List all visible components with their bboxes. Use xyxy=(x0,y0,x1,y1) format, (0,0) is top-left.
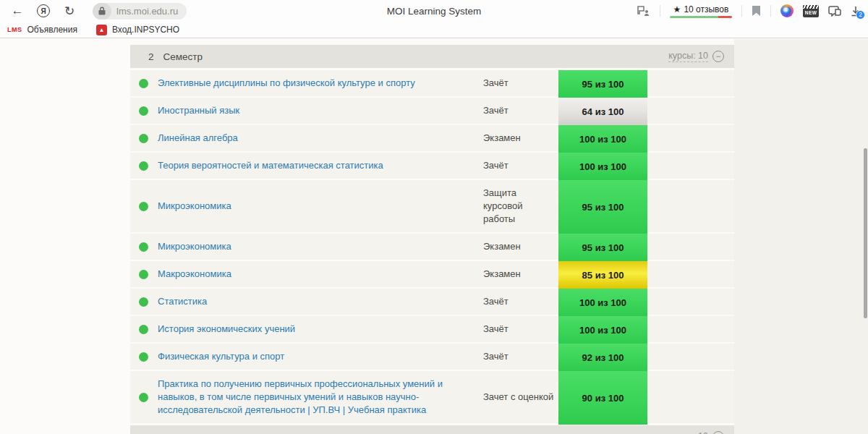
semester-2-header: 2 Семестр курсы: 10 − xyxy=(130,45,734,68)
inpsycho-favicon: ▲ xyxy=(96,25,107,35)
downloads-count-badge: 2 xyxy=(856,10,865,20)
bookmark-announcements[interactable]: LMS Объявления xyxy=(7,25,77,35)
new-videos-icon[interactable]: NEW xyxy=(803,5,819,17)
reviews-label: 10 отзывов xyxy=(684,4,728,14)
reviews-button[interactable]: ★ 10 отзывов xyxy=(670,4,732,18)
status-dot-icon xyxy=(139,134,148,143)
yandex-home-button[interactable]: Я xyxy=(33,2,54,20)
score-badge: 95 из 100 xyxy=(558,234,647,261)
status-dot-icon xyxy=(139,325,148,334)
course-rows: Элективные дисциплины по физической куль… xyxy=(130,70,734,423)
back-button[interactable]: ← xyxy=(7,2,27,20)
assessment-type: Защита курсовой работы xyxy=(483,180,558,232)
course-row: Элективные дисциплины по физической куль… xyxy=(130,70,734,96)
star-icon: ★ xyxy=(673,4,681,14)
course-link[interactable]: Теория вероятностей и математическая ста… xyxy=(158,153,447,179)
assessment-type: Экзамен xyxy=(483,261,558,287)
score-badge: 100 из 100 xyxy=(558,316,647,344)
address-bar[interactable]: lms.moi.edu.ru xyxy=(93,3,187,20)
course-link[interactable]: Иностранный язык xyxy=(158,98,447,124)
status-dot-icon xyxy=(139,393,148,402)
toolbar-right-icons: ★ 10 отзывов NEW 2 xyxy=(637,4,861,18)
bookmarks-bar: LMS Объявления ▲ Вход.INPSYCHO xyxy=(0,22,868,38)
course-row: Линейная алгебра Экзамен 100 из 100 «Отл… xyxy=(130,125,734,151)
browser-toolbar: ← Я ↻ lms.moi.edu.ru MOI Learning System… xyxy=(0,0,868,22)
course-link[interactable]: История экономических учений xyxy=(158,316,447,342)
semester-3-header: 3 Семестр курсы: 10 + xyxy=(130,425,734,434)
assessment-type: Зачёт xyxy=(483,153,558,179)
courses-count-link[interactable]: курсы: 10 xyxy=(668,51,708,62)
course-row: Статистика Зачёт 100 из 100 «Зачтено» xyxy=(130,289,734,315)
refresh-button[interactable]: ↻ xyxy=(59,2,80,20)
course-link[interactable]: Статистика xyxy=(158,289,447,315)
semester-table: 2 Семестр курсы: 10 − Элективные дисципл… xyxy=(130,39,734,434)
score-badge: 90 из 100 xyxy=(558,371,647,425)
assessment-type: Экзамен xyxy=(483,234,558,260)
url-text: lms.moi.edu.ru xyxy=(116,6,178,17)
course-row: Практика по получению первичных професси… xyxy=(130,371,734,423)
status-dot-icon xyxy=(139,161,148,171)
assessment-type: Зачёт xyxy=(483,70,558,96)
course-row: История экономических учений Зачёт 100 и… xyxy=(130,316,734,342)
separator xyxy=(741,5,742,17)
course-row: Макроэкономика Экзамен 85 из 100 «Хорошо… xyxy=(130,261,734,287)
score-badge: 95 из 100 xyxy=(558,70,647,98)
downloads-icon[interactable]: 2 xyxy=(851,6,861,17)
side-panel-icon[interactable] xyxy=(828,6,841,17)
status-dot-icon xyxy=(139,106,148,116)
score-badge: 92 из 100 xyxy=(558,344,647,371)
bookmark-inpsycho-login[interactable]: ▲ Вход.INPSYCHO xyxy=(96,25,179,35)
bookmark-icon[interactable] xyxy=(752,5,761,17)
course-row: Микроэкономика Экзамен 95 из 100 «Отличн… xyxy=(130,234,734,260)
protect-icon[interactable] xyxy=(637,5,650,17)
assessment-type: Зачёт xyxy=(483,316,558,342)
collapse-icon[interactable]: − xyxy=(712,51,724,62)
course-link[interactable]: Микроэкономика xyxy=(158,193,447,219)
expand-icon[interactable]: + xyxy=(712,431,724,434)
score-badge: 85 из 100 xyxy=(558,261,647,289)
assessment-type: Зачёт xyxy=(483,289,558,315)
course-link[interactable]: Физическая культура и спорт xyxy=(158,344,447,370)
separator xyxy=(660,5,660,17)
score-badge: 95 из 100 xyxy=(558,180,647,234)
course-row: Иностранный язык Зачёт 64 из 100 «Зачтен… xyxy=(130,98,734,124)
semester-2-collapse-toggle[interactable]: курсы: 10 − xyxy=(668,51,724,62)
status-dot-icon xyxy=(139,202,148,211)
assessment-type: Зачёт xyxy=(483,98,558,124)
score-badge: 100 из 100 xyxy=(558,125,647,153)
status-dot-icon xyxy=(139,352,148,362)
assessment-type: Зачет с оценкой xyxy=(483,384,558,410)
course-link[interactable]: Макроэкономика xyxy=(158,261,447,287)
page-right-margin xyxy=(734,39,868,434)
reviews-rating-bar xyxy=(670,16,732,18)
status-dot-icon xyxy=(139,270,148,279)
score-badge: 100 из 100 xyxy=(558,289,647,316)
course-link[interactable]: Микроэкономика xyxy=(158,234,447,260)
yandex-icon: Я xyxy=(37,4,50,17)
course-link[interactable]: Практика по получению первичных професси… xyxy=(158,371,447,423)
status-dot-icon xyxy=(139,79,148,88)
assessment-type: Зачёт xyxy=(483,344,558,370)
course-link[interactable]: Линейная алгебра xyxy=(158,125,447,151)
courses-count-link[interactable]: курсы: 10 xyxy=(668,431,708,434)
assessment-type: Экзамен xyxy=(483,125,558,151)
course-row: Микроэкономика Защита курсовой работы 95… xyxy=(130,180,734,232)
score-badge: 64 из 100 xyxy=(558,98,647,125)
course-row: Физическая культура и спорт Зачёт 92 из … xyxy=(130,344,734,370)
lms-favicon: LMS xyxy=(7,26,22,33)
semester-3-expand-toggle[interactable]: курсы: 10 + xyxy=(668,431,724,434)
lock-icon[interactable] xyxy=(93,3,111,20)
extension-orb-icon[interactable] xyxy=(780,4,793,17)
scrollbar-thumb[interactable] xyxy=(864,148,867,318)
status-dot-icon xyxy=(139,242,148,252)
course-link[interactable]: Элективные дисциплины по физической куль… xyxy=(158,70,447,96)
lms-page: 2 Семестр курсы: 10 − Элективные дисципл… xyxy=(0,39,868,434)
status-dot-icon xyxy=(139,297,148,307)
separator xyxy=(770,5,771,17)
course-row: Теория вероятностей и математическая ста… xyxy=(130,153,734,179)
score-badge: 100 из 100 xyxy=(558,153,647,180)
